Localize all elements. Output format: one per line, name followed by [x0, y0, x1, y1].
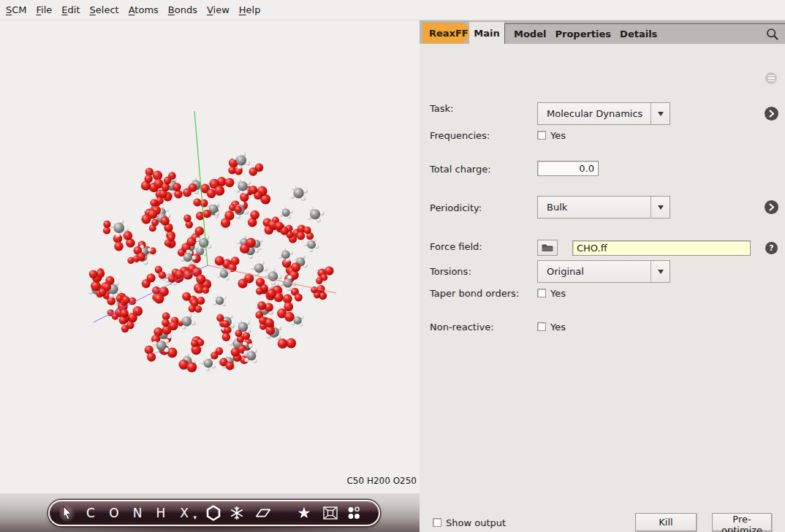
taper-bond-orders-option: Yes — [550, 288, 566, 299]
builder-toolbar: C O N H X▾ ★ — [48, 500, 380, 526]
tab-model[interactable]: Model — [509, 24, 550, 45]
chevron-down-icon — [651, 103, 670, 124]
frequencies-label: Frequencies: — [430, 130, 490, 141]
pre-optimize-button[interactable]: Pre-optimize — [712, 513, 772, 531]
force-field-input[interactable] — [572, 240, 751, 256]
menu-bar: SCM File Edit Select Atoms Bonds View He… — [0, 0, 785, 20]
force-field-label: Force field: — [430, 241, 482, 252]
non-reactive-checkbox[interactable] — [537, 322, 546, 331]
reaxff-panel: ReaxFF Main Model Properties Details Tas… — [420, 20, 785, 532]
torsions-value: Original — [538, 266, 651, 277]
panel-content: Task: Molecular Dynamics Frequencies: Ye… — [420, 44, 785, 532]
tab-bar: ReaxFF Main Model Properties Details — [420, 20, 785, 44]
frequencies-checkbox[interactable] — [537, 131, 546, 140]
select-cursor-icon[interactable] — [59, 504, 75, 522]
tab-reaxff[interactable]: ReaxFF — [422, 23, 474, 43]
inactive-tabs-frame: Model Properties Details — [504, 23, 785, 44]
menu-edit[interactable]: Edit — [61, 1, 88, 18]
element-c-button[interactable]: C — [83, 504, 99, 522]
snowflake-icon[interactable] — [229, 504, 245, 522]
toolbar-band: C O N H X▾ ★ — [0, 493, 420, 532]
browse-folder-button[interactable] — [537, 240, 558, 256]
periodicity-label: Periodicity: — [430, 202, 482, 213]
panel-menu-icon[interactable] — [765, 72, 777, 84]
tab-properties[interactable]: Properties — [550, 24, 615, 45]
show-output-checkbox[interactable] — [433, 518, 441, 527]
element-x-button[interactable]: X▾ — [176, 504, 192, 522]
task-detail-arrow-icon[interactable] — [765, 107, 778, 121]
total-charge-input[interactable] — [537, 161, 599, 176]
periodicity-dropdown[interactable]: Bulk — [537, 196, 670, 218]
formula-label: C50 H200 O250 — [346, 476, 417, 486]
total-charge-label: Total charge: — [430, 164, 491, 175]
star-icon[interactable]: ★ — [296, 504, 312, 522]
element-n-button[interactable]: N — [129, 504, 145, 522]
periodic-box-icon[interactable] — [322, 504, 338, 522]
menu-select[interactable]: Select — [90, 1, 127, 18]
periodicity-value: Bulk — [538, 202, 651, 213]
element-h-button[interactable]: H — [153, 504, 169, 522]
atom-dots-icon[interactable] — [346, 504, 362, 522]
periodicity-detail-arrow-icon[interactable] — [765, 200, 778, 214]
task-label: Task: — [430, 103, 453, 114]
menu-atoms[interactable]: Atoms — [129, 1, 167, 18]
element-x-dropdown-caret: ▾ — [193, 514, 197, 521]
molecule-scene — [0, 20, 420, 493]
ring-icon[interactable] — [205, 504, 221, 522]
molecule-viewer[interactable]: C50 H200 O250 — [0, 20, 420, 493]
menu-help[interactable]: Help — [239, 1, 269, 18]
tab-main[interactable]: Main — [469, 22, 504, 44]
tab-details[interactable]: Details — [615, 24, 661, 45]
non-reactive-label: Non-reactive: — [430, 322, 494, 332]
non-reactive-option: Yes — [550, 322, 566, 332]
left-pane: C50 H200 O250 C O N H X▾ — [0, 20, 420, 532]
folder-icon — [542, 243, 553, 252]
chevron-down-icon — [651, 261, 670, 282]
task-value: Molecular Dynamics — [538, 108, 651, 119]
frequencies-option: Yes — [550, 130, 566, 141]
kill-button[interactable]: Kill — [635, 513, 697, 531]
taper-bond-orders-label: Taper bond orders: — [430, 288, 519, 299]
taper-bond-orders-checkbox[interactable] — [537, 289, 546, 297]
menu-file[interactable]: File — [37, 1, 61, 18]
plane-icon[interactable] — [255, 504, 271, 522]
element-o-button[interactable]: O — [106, 504, 122, 522]
chevron-down-icon — [651, 197, 670, 218]
menu-scm[interactable]: SCM — [6, 1, 35, 18]
menu-bonds[interactable]: Bonds — [168, 1, 205, 18]
help-icon[interactable]: ? — [765, 242, 778, 254]
torsions-label: Torsions: — [430, 266, 471, 277]
task-dropdown[interactable]: Molecular Dynamics — [537, 102, 670, 125]
torsions-dropdown[interactable]: Original — [537, 260, 670, 283]
menu-view[interactable]: View — [207, 1, 238, 18]
search-icon[interactable] — [766, 28, 779, 41]
show-output-label: Show output — [446, 517, 506, 528]
